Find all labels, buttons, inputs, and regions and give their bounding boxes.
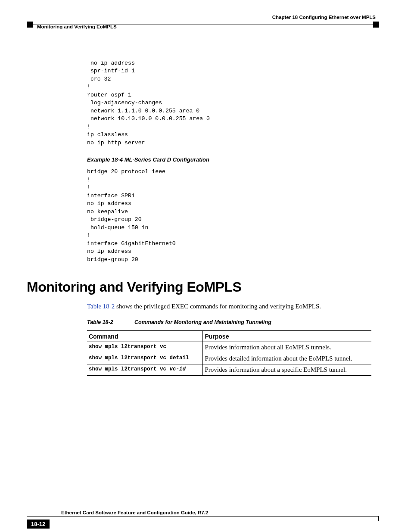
page-footer: Ethernet Card Software Feature and Confi…: [27, 510, 379, 516]
intro-paragraph: Table 18-2 shows the privileged EXEC com…: [87, 302, 379, 311]
footer-guide-title: Ethernet Card Software Feature and Confi…: [27, 510, 379, 516]
table-cell-purpose: Provides information about a specific Eo…: [203, 364, 371, 376]
code-block-2: bridge 20 protocol ieee ! ! interface SP…: [87, 168, 379, 264]
table-number: Table 18-2: [87, 319, 134, 325]
table-row: show mpls l2transport vc detail: [87, 353, 203, 364]
example-caption: Example 18-4 ML-Series Card D Configurat…: [87, 156, 379, 163]
header-rule-marker-right: [373, 22, 379, 28]
main-content: no ip address spr-intf-id 1 crc 32 ! rou…: [87, 59, 379, 264]
commands-table: Command Purpose show mpls l2transport vc…: [87, 330, 371, 376]
section-heading: Monitoring and Verifying EoMPLS: [27, 279, 379, 295]
table-header-purpose: Purpose: [203, 331, 371, 342]
table-row: show mpls l2transport vc vc-id: [87, 364, 203, 376]
code-block-1: no ip address spr-intf-id 1 crc 32 ! rou…: [87, 59, 379, 147]
page-root: Chapter 18 Configuring Ethernet over MPL…: [0, 0, 411, 532]
section-body: Table 18-2 shows the privileged EXEC com…: [87, 302, 379, 376]
table-cell-purpose: Provides information about all EoMPLS tu…: [203, 342, 371, 353]
intro-text: shows the privileged EXEC commands for m…: [115, 303, 321, 310]
table-cell-purpose: Provides detailed information about the …: [203, 353, 371, 364]
footer-tick-icon: [378, 516, 379, 521]
table-caption: Table 18-2Commands for Monitoring and Ma…: [87, 319, 379, 325]
table-link[interactable]: Table 18-2: [87, 303, 115, 310]
table-row: show mpls l2transport vc: [87, 342, 203, 353]
running-header-right: Chapter 18 Configuring Ethernet over MPL…: [27, 15, 379, 21]
page-number-badge: 18-12: [27, 520, 50, 529]
table-title: Commands for Monitoring and Maintaining …: [134, 319, 271, 325]
table-header-command: Command: [87, 331, 203, 342]
